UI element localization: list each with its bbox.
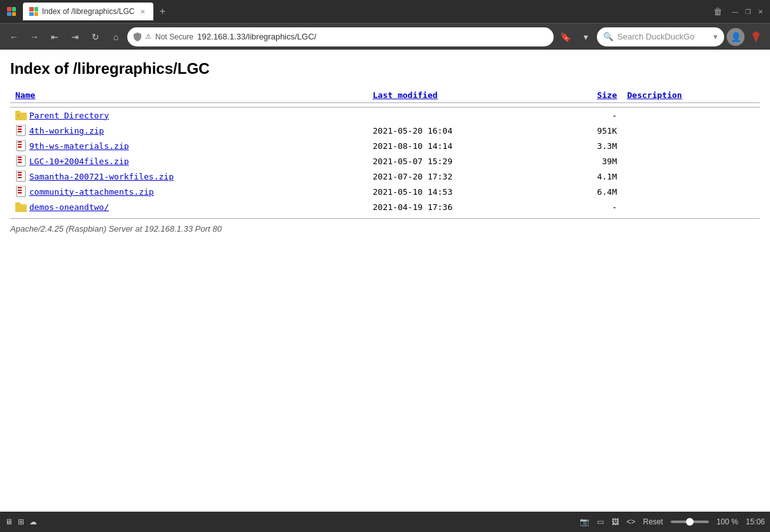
file-date-cell: 2021-08-10 14:14 <box>368 138 558 153</box>
svg-rect-14 <box>18 145 22 146</box>
col-size[interactable]: Size <box>558 88 622 103</box>
profile-button[interactable]: 👤 <box>727 28 745 46</box>
svg-rect-32 <box>18 190 22 191</box>
file-size-cell: 3.3M <box>558 138 622 153</box>
col-last-modified-link[interactable]: Last modified <box>373 90 438 100</box>
file-date-cell: 2021-05-07 15:29 <box>368 153 558 169</box>
svg-rect-28 <box>18 176 22 177</box>
back-button[interactable]: ← <box>5 28 23 46</box>
file-desc-cell <box>622 123 760 138</box>
forward-button[interactable]: → <box>25 28 43 46</box>
browser-chrome: Index of /libregraphics/LGC ✕ + 🗑 — ❐ ✕ … <box>0 0 770 50</box>
file-name-cell: 4th-working.zip <box>10 123 368 138</box>
title-bar: Index of /libregraphics/LGC ✕ + 🗑 — ❐ ✕ <box>0 0 770 23</box>
table-header-row: Name Last modified Size Description <box>10 88 760 103</box>
address-bar[interactable]: ⚠ Not Secure 192.168.1.33/libregraphics/… <box>127 27 554 46</box>
table-row: LGC-10+2004files.zip2021-05-07 15:2939M <box>10 153 760 169</box>
file-desc-cell <box>622 184 760 199</box>
col-name[interactable]: Name <box>10 88 368 103</box>
tab-close-button[interactable]: ✕ <box>138 7 147 16</box>
page-content: Index of /libregraphics/LGC Name Last mo… <box>0 50 770 509</box>
new-tab-button[interactable]: + <box>155 4 170 19</box>
svg-rect-7 <box>18 130 22 131</box>
zip-icon <box>15 125 27 136</box>
search-dropdown-icon[interactable]: ▾ <box>713 32 718 41</box>
svg-rect-6 <box>18 127 22 129</box>
file-link[interactable]: 9th-ws-materials.zip <box>15 140 363 151</box>
svg-rect-25 <box>18 174 22 176</box>
file-size-cell: - <box>558 108 622 123</box>
zip-icon <box>15 140 27 151</box>
svg-rect-5 <box>18 131 22 132</box>
file-size-cell: 39M <box>558 153 622 169</box>
svg-rect-29 <box>18 178 22 179</box>
svg-rect-36 <box>18 193 22 195</box>
file-name-cell: Parent Directory <box>10 108 368 123</box>
reload-button[interactable]: ↻ <box>87 28 104 46</box>
vivaldi-panel-button[interactable] <box>747 28 765 46</box>
svg-rect-10 <box>18 141 22 143</box>
file-name-cell: Samantha-200721-workfiles.zip <box>10 169 368 184</box>
maximize-button[interactable]: ❐ <box>743 7 752 16</box>
svg-rect-17 <box>18 157 22 158</box>
svg-rect-18 <box>18 159 22 160</box>
file-date-cell: 2021-07-20 17:32 <box>368 169 558 184</box>
not-secure-icon: ⚠ <box>145 32 151 41</box>
svg-rect-38 <box>15 202 20 206</box>
file-link[interactable]: LGC-10+2004files.zip <box>15 155 363 167</box>
svg-rect-31 <box>18 187 22 188</box>
file-name-cell: community-attachments.zip <box>10 184 368 199</box>
file-size-cell: 951K <box>558 123 622 138</box>
file-name-text: 9th-ws-materials.zip <box>29 141 129 151</box>
svg-rect-3 <box>18 126 22 127</box>
svg-rect-4 <box>18 129 22 130</box>
file-desc-cell <box>622 138 760 153</box>
zip-icon <box>15 171 27 182</box>
skip-forward-button[interactable]: ⇥ <box>66 28 84 46</box>
svg-rect-21 <box>18 160 22 162</box>
svg-rect-27 <box>18 173 22 174</box>
svg-rect-13 <box>18 143 22 144</box>
table-row: community-attachments.zip2021-05-10 14:5… <box>10 184 760 199</box>
minimize-button[interactable]: — <box>731 7 739 16</box>
col-name-link[interactable]: Name <box>15 90 35 100</box>
file-link[interactable]: 4th-working.zip <box>15 125 363 136</box>
file-date-cell <box>368 108 558 123</box>
svg-rect-35 <box>18 191 22 192</box>
file-desc-cell <box>622 169 760 184</box>
table-row: 4th-working.zip2021-05-20 16:04951K <box>10 123 760 138</box>
search-icon: 🔍 <box>603 32 613 41</box>
file-size-cell: - <box>558 199 622 214</box>
url-display: 192.168.1.33/libregraphics/LGC/ <box>197 32 547 41</box>
title-bar-left <box>5 5 18 18</box>
zip-icon <box>15 155 27 167</box>
col-description-link[interactable]: Description <box>627 90 682 100</box>
svg-rect-33 <box>18 192 22 193</box>
svg-rect-12 <box>18 146 22 148</box>
svg-rect-20 <box>18 158 22 159</box>
tab-favicon <box>29 7 38 16</box>
close-button[interactable]: ✕ <box>756 7 765 16</box>
file-link[interactable]: Parent Directory <box>15 109 363 121</box>
search-bar[interactable]: 🔍 Search DuckDuckGo ▾ <box>597 27 724 46</box>
table-row: Samantha-200721-workfiles.zip2021-07-20 … <box>10 169 760 184</box>
file-link[interactable]: Samantha-200721-workfiles.zip <box>15 171 363 182</box>
bookmark-chevron[interactable]: ▾ <box>577 28 594 46</box>
col-size-link[interactable]: Size <box>597 90 617 100</box>
col-last-modified[interactable]: Last modified <box>368 88 558 103</box>
skip-back-button[interactable]: ⇤ <box>46 28 64 46</box>
security-icon <box>134 32 141 41</box>
home-button[interactable]: ⌂ <box>107 28 125 46</box>
file-name-cell: demos-oneandtwo/ <box>10 199 368 214</box>
file-table: Name Last modified Size Description Pare… <box>10 88 760 219</box>
bookmarks-button[interactable]: 🔖 <box>556 28 574 46</box>
parent-dir-icon <box>15 109 27 121</box>
col-description[interactable]: Description <box>622 88 760 103</box>
file-link[interactable]: demos-oneandtwo/ <box>15 201 363 213</box>
vivaldi-favicon-logo <box>7 7 16 16</box>
file-desc-cell <box>622 108 760 123</box>
trash-button[interactable]: 🗑 <box>709 3 727 20</box>
table-row: demos-oneandtwo/2021-04-19 17:36- <box>10 199 760 214</box>
file-link[interactable]: community-attachments.zip <box>15 186 363 197</box>
active-tab[interactable]: Index of /libregraphics/LGC ✕ <box>23 3 153 20</box>
